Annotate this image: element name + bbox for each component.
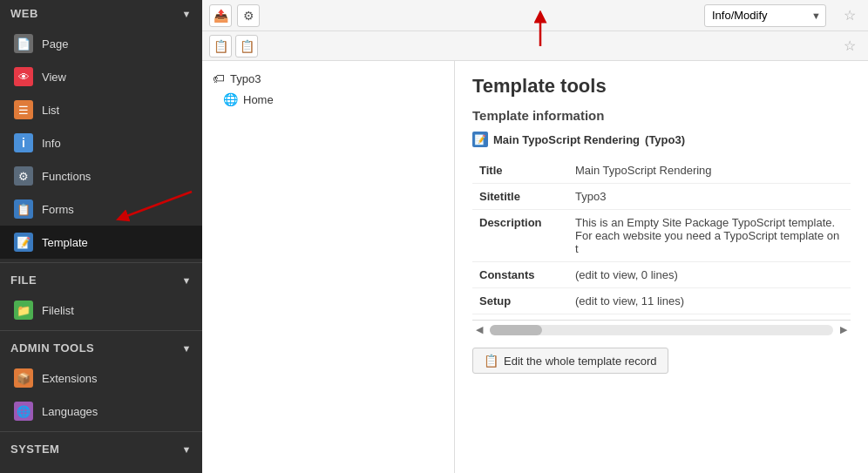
sidebar-section-admin[interactable]: ADMIN TOOLS ▼ — [0, 334, 202, 362]
field-label: Description — [472, 210, 568, 262]
tree-item-home[interactable]: 🌐 Home — [202, 89, 454, 110]
mode-dropdown-wrapper: Info/Modify Constant Editor Setup Editor… — [704, 4, 826, 27]
web-section-arrow: ▼ — [182, 9, 192, 19]
functions-icon: ⚙ — [14, 166, 33, 186]
secondary-toolbar: 📋 📋 ☆ — [202, 31, 868, 61]
scrollbar-thumb[interactable] — [490, 325, 542, 335]
sidebar-item-info[interactable]: i Info — [0, 126, 202, 159]
edit-button-label: Edit the whole template record — [504, 355, 657, 368]
panel-subtitle: Template information — [472, 108, 851, 123]
languages-icon: 🌐 — [14, 402, 33, 421]
field-value: Typo3 — [568, 184, 851, 210]
file-section-arrow: ▼ — [182, 275, 192, 286]
new-record-button[interactable]: 📤 — [209, 4, 232, 27]
table-row: Constants (edit to view, 0 lines) — [472, 262, 851, 288]
sidebar-item-languages[interactable]: 🌐 Languages — [0, 395, 202, 428]
field-value: (edit to view, 11 lines) — [568, 288, 851, 314]
sidebar-section-system[interactable]: SYSTEM ▼ — [0, 436, 202, 463]
sidebar-item-page[interactable]: 📄 Page — [0, 27, 202, 60]
content-split: 🏷 Typo3 🌐 Home Template tools Template i… — [202, 61, 868, 473]
table-row: Sitetitle Typo3 — [472, 184, 851, 210]
admin-section-label: ADMIN TOOLS — [10, 341, 94, 355]
scroll-right-icon[interactable]: ▶ — [837, 324, 851, 335]
page-icon: 📄 — [14, 34, 33, 53]
file-section-label: FILE — [10, 274, 37, 287]
scrollbar-track[interactable] — [490, 325, 833, 335]
list-icon: ☰ — [14, 100, 33, 119]
sidebar-item-label: Info — [42, 137, 61, 150]
sidebar-section-file[interactable]: FILE ▼ — [0, 267, 202, 294]
sidebar-item-label: Functions — [42, 170, 91, 183]
template-name: Main TypoScript Rendering — [493, 133, 640, 146]
info-table: Title Main TypoScript Rendering Sitetitl… — [472, 158, 851, 314]
template-record-icon: 📝 — [472, 132, 488, 147]
info-panel: Template tools Template information 📝 Ma… — [455, 61, 868, 473]
top-toolbar: 📤 ⚙ Info/Modify Constant Editor Setup Ed… — [202, 0, 868, 31]
sidebar-divider-3 — [0, 431, 202, 432]
field-label: Title — [472, 158, 568, 184]
collapse-button[interactable]: 📋 — [235, 35, 258, 57]
sidebar-section-web[interactable]: WEB ▼ — [0, 0, 202, 27]
sidebar-item-template[interactable]: 📝 Template — [0, 226, 202, 259]
field-label: Sitetitle — [472, 184, 568, 210]
field-value: (edit to view, 0 lines) — [568, 262, 851, 288]
main-area: 📤 ⚙ Info/Modify Constant Editor Setup Ed… — [202, 0, 868, 473]
sidebar-item-label: Filelist — [42, 304, 74, 317]
sidebar-item-label: Page — [42, 37, 68, 51]
table-row: Description This is an Empty Site Packag… — [472, 210, 851, 262]
sidebar-divider-1 — [0, 262, 202, 263]
sidebar-item-filelist[interactable]: 📁 Filelist — [0, 294, 202, 327]
edit-whole-template-button[interactable]: 📋 Edit the whole template record — [472, 348, 668, 374]
field-label: Constants — [472, 262, 568, 288]
panel-title: Template tools — [472, 75, 851, 98]
sidebar-item-label: Languages — [42, 405, 98, 418]
forms-icon: 📋 — [14, 199, 33, 219]
sidebar-item-label: Template — [42, 236, 88, 249]
template-icon: 📝 — [14, 233, 33, 252]
field-value: This is an Empty Site Package TypoScript… — [568, 210, 851, 262]
sidebar-item-label: View — [42, 71, 66, 84]
edit-button-area: 📋 Edit the whole template record — [472, 348, 851, 374]
web-section-label: WEB — [10, 7, 38, 20]
tree-item-typo3[interactable]: 🏷 Typo3 — [202, 68, 454, 89]
sidebar-item-functions[interactable]: ⚙ Functions — [0, 159, 202, 193]
table-row: Title Main TypoScript Rendering — [472, 158, 851, 184]
sidebar-item-label: List — [42, 104, 59, 117]
template-heading: 📝 Main TypoScript Rendering (Typo3) — [472, 132, 851, 147]
system-section-label: SYSTEM — [10, 443, 59, 456]
field-value: Main TypoScript Rendering — [568, 158, 851, 184]
system-section-arrow: ▼ — [182, 444, 192, 455]
edit-icon: 📋 — [484, 354, 498, 368]
expand-button[interactable]: 📋 — [209, 35, 232, 57]
tree-item-label: Typo3 — [230, 72, 261, 85]
info-icon: i — [14, 133, 33, 152]
tree-item-label: Home — [243, 93, 274, 106]
field-label: Setup — [472, 288, 568, 314]
extensions-icon: 📦 — [14, 368, 33, 388]
view-icon: 👁 — [14, 67, 33, 86]
admin-section-arrow: ▼ — [182, 343, 192, 354]
filter-button[interactable]: ⚙ — [237, 4, 260, 27]
table-row: Setup (edit to view, 11 lines) — [472, 288, 851, 314]
sidebar: WEB ▼ 📄 Page 👁 View ☰ List i Info ⚙ Func… — [0, 0, 202, 473]
favorite-button[interactable]: ☆ — [838, 4, 861, 27]
horizontal-scrollbar[interactable]: ◀ ▶ — [472, 320, 851, 335]
scroll-left-icon[interactable]: ◀ — [472, 324, 486, 335]
sidebar-divider-2 — [0, 330, 202, 331]
sidebar-item-extensions[interactable]: 📦 Extensions — [0, 362, 202, 395]
bookmark-button[interactable]: ☆ — [838, 35, 861, 57]
template-suffix: (Typo3) — [645, 133, 685, 146]
tree-panel: 🏷 Typo3 🌐 Home — [202, 61, 455, 473]
filelist-icon: 📁 — [14, 301, 33, 320]
sidebar-item-list[interactable]: ☰ List — [0, 93, 202, 126]
typo3-tree-icon: 🏷 — [213, 71, 225, 85]
home-tree-icon: 🌐 — [223, 92, 238, 106]
sidebar-item-view[interactable]: 👁 View — [0, 60, 202, 93]
mode-dropdown[interactable]: Info/Modify Constant Editor Setup Editor… — [704, 4, 826, 27]
sidebar-item-label: Forms — [42, 203, 74, 216]
sidebar-item-label: Extensions — [42, 372, 98, 385]
sidebar-item-forms[interactable]: 📋 Forms — [0, 193, 202, 226]
